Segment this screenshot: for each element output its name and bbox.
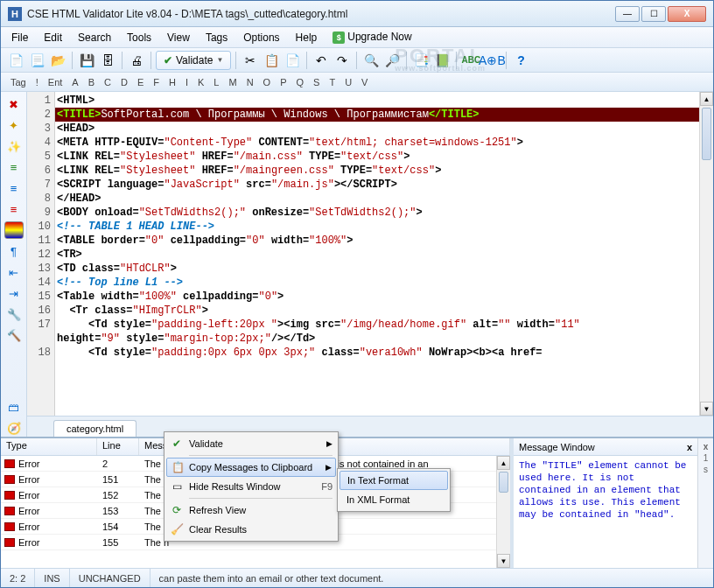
letter-e[interactable]: E (133, 76, 148, 88)
cm-hide-results[interactable]: ▭ Hide Results Window F9 (166, 477, 336, 496)
letter-u[interactable]: U (340, 76, 356, 88)
error-flag-icon (4, 459, 15, 468)
letter-m[interactable]: M (224, 76, 241, 88)
letter-h[interactable]: H (164, 76, 180, 88)
flag-icon[interactable] (4, 221, 24, 239)
cm-refresh[interactable]: ⟳ Refresh View (166, 500, 336, 520)
letter-v[interactable]: V (357, 76, 372, 88)
menu-tools[interactable]: Tools (120, 30, 158, 46)
menu-search[interactable]: Search (71, 30, 118, 46)
scroll-down-icon[interactable]: ▼ (700, 402, 713, 416)
statusbar: 2: 2 INS UNCHANGED can paste them into a… (1, 568, 713, 587)
bookmark-icon[interactable]: 📑 (411, 51, 430, 70)
indent-left-icon[interactable]: ⇤ (4, 263, 24, 281)
paste-icon[interactable]: 📄 (283, 51, 302, 70)
col-line[interactable]: Line (97, 438, 139, 455)
dropdown-arrow-icon: ▼ (216, 56, 223, 64)
new-file-icon[interactable]: 📄 (6, 51, 25, 70)
indent-right-icon[interactable]: ⇥ (4, 284, 24, 302)
tagbar-exclaim[interactable]: ! (32, 76, 43, 88)
tool-a-icon[interactable]: 🔧 (4, 305, 24, 323)
letter-c[interactable]: C (100, 76, 116, 88)
letter-t[interactable]: T (325, 76, 340, 88)
tool-b-icon[interactable]: 🔨 (4, 326, 24, 344)
find-icon[interactable]: 🔍 (361, 51, 381, 70)
letter-n[interactable]: N (242, 76, 258, 88)
redo-icon[interactable]: ↷ (332, 51, 352, 70)
code-editor[interactable]: 123456789101112131415161718 <HTML><TITLE… (27, 92, 713, 416)
scroll-up-icon[interactable]: ▲ (700, 92, 713, 106)
wand-icon[interactable]: ✨ (4, 137, 24, 155)
cm-validate[interactable]: ✔ Validate ▶ (166, 434, 336, 453)
letter-f[interactable]: F (149, 76, 164, 88)
copy-icon: 📋 (171, 460, 185, 474)
tool-icon[interactable]: A⊕B (482, 51, 501, 70)
sm-text-format[interactable]: In Text Format (340, 471, 448, 490)
new-blank-icon[interactable]: 📃 (27, 51, 46, 70)
menu-upgrade[interactable]: $Upgrade Now (326, 29, 418, 46)
close-button[interactable]: X (668, 6, 706, 22)
replace-icon[interactable]: 🔎 (382, 51, 402, 70)
status-hint: can paste them into an email or other te… (150, 569, 713, 587)
maximize-button[interactable]: ☐ (641, 6, 666, 22)
col-type[interactable]: Type (1, 438, 97, 455)
cm-copy-messages[interactable]: 📋 Copy Messages to Clipboard ▶ (166, 458, 336, 477)
list-blue-icon[interactable]: ≡ (4, 179, 24, 197)
menu-help[interactable]: Help (289, 30, 325, 46)
letter-b[interactable]: B (84, 76, 99, 88)
close-panel-icon[interactable]: x (704, 442, 709, 452)
menu-edit[interactable]: Edit (37, 30, 69, 46)
save-icon[interactable]: 💾 (77, 51, 96, 70)
letter-l[interactable]: L (209, 76, 223, 88)
letter-d[interactable]: D (116, 76, 132, 88)
db-icon[interactable]: 🗃 (4, 398, 24, 416)
file-tab[interactable]: category.html (53, 420, 136, 437)
open-folder-icon[interactable]: 📂 (48, 51, 67, 70)
scroll-thumb[interactable] (702, 108, 711, 160)
menu-view[interactable]: View (160, 30, 197, 46)
pilcrow-icon[interactable]: ¶ (4, 242, 24, 260)
editor-scrollbar[interactable]: ▲ ▼ (699, 92, 713, 416)
letter-p[interactable]: P (276, 76, 290, 88)
letter-k[interactable]: K (193, 76, 208, 88)
nav-icon[interactable]: 🧭 (4, 419, 24, 437)
status-position: 2: 2 (1, 569, 35, 587)
bookmark-next-icon[interactable]: 📗 (432, 51, 452, 70)
window-icon: ▭ (170, 480, 184, 494)
save-all-icon[interactable]: 🗄 (98, 51, 117, 70)
tagbar-ent[interactable]: Ent (44, 76, 67, 88)
list-red-icon[interactable]: ≡ (4, 200, 24, 218)
minimize-button[interactable]: — (615, 6, 640, 22)
letter-o[interactable]: O (259, 76, 276, 88)
letter-s[interactable]: S (309, 76, 324, 88)
status-changed: UNCHANGED (70, 569, 150, 587)
results-scrollbar[interactable]: ▲ ▼ (496, 456, 510, 568)
scroll-thumb[interactable] (499, 472, 508, 493)
code-area[interactable]: <HTML><TITLE>SoftPortal.com \ Программы … (55, 92, 713, 416)
cut-icon[interactable]: ✂ (241, 51, 260, 70)
menu-file[interactable]: File (4, 30, 35, 46)
star-icon[interactable]: ✦ (4, 116, 24, 134)
close-tag-icon[interactable]: ✖ (4, 95, 24, 113)
scroll-up-icon[interactable]: ▲ (497, 456, 510, 470)
letter-i[interactable]: I (181, 76, 192, 88)
letter-a[interactable]: A (67, 76, 82, 88)
scroll-down-icon[interactable]: ▼ (497, 554, 510, 568)
cm-clear[interactable]: 🧹 Clear Results (166, 520, 336, 539)
copy-icon[interactable]: 📋 (262, 51, 281, 70)
help-icon[interactable]: ? (511, 51, 530, 70)
validate-button[interactable]: ✔ Validate ▼ (156, 51, 231, 70)
message-window-title: Message Window (519, 442, 595, 452)
tagbar-tag[interactable]: Tag (6, 76, 31, 88)
undo-icon[interactable]: ↶ (312, 51, 331, 70)
check-icon: ✔ (170, 437, 184, 451)
menu-tags[interactable]: Tags (199, 30, 234, 46)
list-green-icon[interactable]: ≡ (4, 158, 24, 176)
message-sidebar: x 1 s (697, 438, 713, 568)
message-window-close-icon[interactable]: x (687, 442, 692, 452)
menu-options[interactable]: Options (236, 30, 286, 46)
letter-q[interactable]: Q (292, 76, 309, 88)
sm-xml-format[interactable]: In XML Format (340, 490, 448, 509)
clear-icon: 🧹 (170, 522, 184, 536)
print-icon[interactable]: 🖨 (127, 51, 146, 70)
